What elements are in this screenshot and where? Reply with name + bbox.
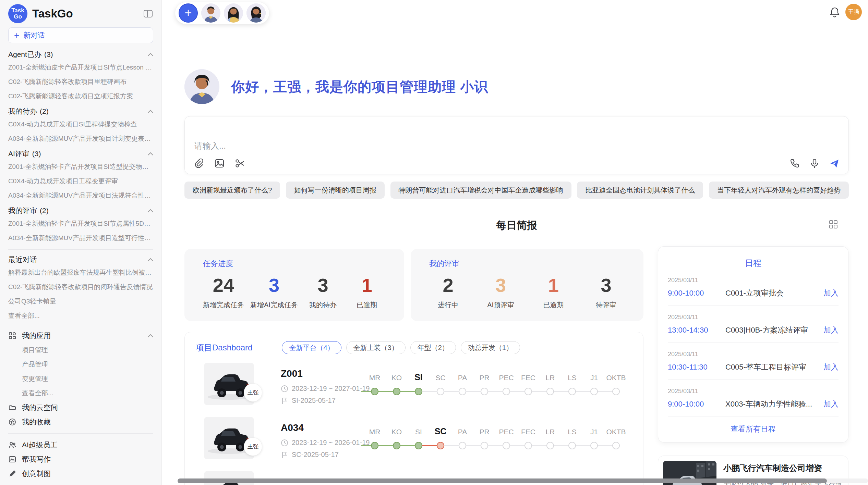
agent-avatar-2[interactable]: [224, 3, 243, 23]
chat-input-card[interactable]: 请输入...: [184, 116, 849, 174]
list-item[interactable]: 公司Q3轻卡销量: [8, 294, 153, 309]
sidebar-item-my-apps[interactable]: 我的应用: [8, 328, 153, 343]
list-item[interactable]: 解释最新出台的欧盟报废车法规再生塑料比例被调至15%...: [8, 265, 153, 280]
send-icon[interactable]: [829, 158, 840, 169]
sidebar-item-write-for-me[interactable]: 帮我写作: [8, 452, 153, 467]
project-row[interactable]: 王强 Z001 2023-12-19 ~ 2027-01-19 SI-2025-…: [204, 363, 632, 415]
notifications-bell-icon[interactable]: [830, 7, 840, 18]
tab-new-body[interactable]: 全新上装（3）: [346, 341, 406, 354]
milestone-dot[interactable]: [525, 388, 532, 395]
sidebar-item-label: 我的云空间: [22, 403, 58, 412]
tab-powertrain[interactable]: 动总开发（1）: [461, 341, 520, 354]
milestone-dot[interactable]: [590, 442, 598, 449]
suggestion-chip[interactable]: 如何写一份清晰的项目周报: [286, 182, 385, 199]
milestone-dot[interactable]: [437, 388, 444, 395]
stat: 3 我的待办: [304, 274, 342, 310]
list-item[interactable]: C0X4-动力总成开发项目SI里程碑提交物检查: [8, 117, 153, 132]
milestone-dot[interactable]: [546, 388, 554, 395]
sidebar-item-cloud-space[interactable]: 我的云空间: [8, 400, 153, 415]
milestone-dot[interactable]: [371, 388, 378, 395]
add-agent-button[interactable]: +: [179, 3, 198, 23]
paperclip-icon[interactable]: [194, 158, 204, 169]
view-all-chats[interactable]: 查看全部...: [8, 309, 153, 323]
milestone-dot[interactable]: [437, 442, 444, 449]
milestone-dot[interactable]: [568, 388, 576, 395]
milestone-dot[interactable]: [525, 442, 532, 449]
milestone-dot[interactable]: [481, 442, 488, 449]
layout-grid-icon[interactable]: [828, 219, 839, 229]
project-name: Z001: [281, 368, 370, 379]
list-item[interactable]: A034-全新新能源MUV产品开发项目计划变更表编写: [8, 132, 153, 146]
app-item-project-mgmt[interactable]: 项目管理: [8, 343, 153, 357]
microphone-icon[interactable]: [809, 158, 820, 169]
list-item[interactable]: Z001-全新燃油轻卡产品开发项目SI造型提交物评审: [8, 160, 153, 174]
milestone-dot[interactable]: [393, 442, 400, 449]
milestone-label: SC: [430, 374, 451, 382]
suggestion-chip[interactable]: 当下年轻人对汽车外观有怎样的喜好趋势: [709, 182, 849, 199]
view-all-apps[interactable]: 查看全部...: [8, 386, 153, 400]
tab-all-new-platform[interactable]: 全新平台（4）: [282, 341, 341, 354]
user-avatar[interactable]: 王强: [845, 4, 862, 20]
image-icon[interactable]: [214, 158, 225, 169]
suggestion-chip[interactable]: 特朗普可能对进口汽车增税会对中国车企造成哪些影响: [390, 182, 571, 199]
suggestion-chip[interactable]: 欧洲新规最近颁布了什么?: [184, 182, 280, 199]
milestone-dot[interactable]: [503, 388, 510, 395]
milestone-dot[interactable]: [546, 442, 554, 449]
section-recent-chats[interactable]: 最近对话: [8, 254, 153, 265]
list-item[interactable]: A034-全新新能源MUV产品开发项目造型可行性评审: [8, 231, 153, 245]
milestone-dot[interactable]: [590, 388, 598, 395]
milestone-dot[interactable]: [481, 388, 488, 395]
section-agent-done[interactable]: Agent已办 (3): [8, 49, 153, 60]
event-row: 9:00-10:00 C001-立项审批会 加入: [668, 288, 839, 298]
chevron-up-icon[interactable]: [148, 152, 153, 156]
join-link[interactable]: 加入: [823, 325, 839, 335]
section-my-todo[interactable]: 我的待办 (2): [8, 105, 153, 117]
collapse-sidebar-icon[interactable]: [143, 9, 153, 19]
list-item[interactable]: C02-飞腾新能源轻客改款项目的闭环通告反馈情况: [8, 280, 153, 294]
flag-icon: [281, 451, 288, 459]
app-item-product-mgmt[interactable]: 产品管理: [8, 357, 153, 372]
suggestion-chip[interactable]: 比亚迪全固态电池计划具体说了什么: [577, 182, 703, 199]
list-item[interactable]: C0X4-动力总成开发项目工程变更评审: [8, 174, 153, 188]
sidebar-item-favorites[interactable]: 我的收藏: [8, 415, 153, 429]
chevron-up-icon[interactable]: [148, 334, 153, 337]
milestone-dot[interactable]: [503, 442, 510, 449]
milestone-dot[interactable]: [415, 442, 422, 449]
agent-avatar-3[interactable]: [246, 3, 266, 23]
milestone-dot[interactable]: [415, 388, 422, 395]
scissors-icon[interactable]: [235, 158, 245, 169]
new-chat-button[interactable]: + 新对话: [8, 27, 153, 43]
chevron-up-icon[interactable]: [148, 258, 153, 261]
list-item[interactable]: C02-飞腾新能源轻客改款项目立项汇报方案: [8, 89, 153, 103]
tab-year-model[interactable]: 年型（2）: [410, 341, 456, 354]
section-ai-review[interactable]: AI评审 (3): [8, 148, 153, 160]
section-my-review[interactable]: 我的评审 (2): [8, 205, 153, 216]
join-link[interactable]: 加入: [823, 399, 839, 409]
milestone-dot[interactable]: [612, 388, 620, 395]
list-item[interactable]: C02-飞腾新能源轻客改款项目里程碑画布: [8, 75, 153, 89]
chat-input-placeholder[interactable]: 请输入...: [194, 140, 226, 151]
join-link[interactable]: 加入: [823, 362, 839, 372]
sidebar-item-ai-super-staff[interactable]: AI超级员工: [8, 438, 153, 452]
milestone-dot[interactable]: [459, 442, 466, 449]
chevron-up-icon[interactable]: [148, 53, 153, 56]
milestone-dot[interactable]: [459, 388, 466, 395]
agent-avatar-1[interactable]: [201, 3, 220, 23]
chevron-up-icon[interactable]: [148, 110, 153, 113]
milestone-dot[interactable]: [393, 388, 400, 395]
sidebar-header: Task Go TaskGo: [8, 3, 153, 24]
phone-icon[interactable]: [789, 158, 800, 169]
horizontal-scrollbar-thumb[interactable]: [178, 478, 827, 483]
list-item[interactable]: Z001-全新燃油轻卡产品开发项目SI节点属性5D文件评审: [8, 216, 153, 231]
milestone-dot[interactable]: [568, 442, 576, 449]
project-row[interactable]: 王强 A034 2023-12-19 ~ 2026-01-19 SC-2025-…: [204, 417, 632, 469]
list-item[interactable]: A034-全新新能源MUV产品开发项目法规符合性评审: [8, 188, 153, 203]
chevron-up-icon[interactable]: [148, 209, 153, 212]
join-link[interactable]: 加入: [823, 288, 839, 298]
sidebar-item-creative-drawing[interactable]: 创意制图: [8, 467, 153, 481]
app-item-change-mgmt[interactable]: 变更管理: [8, 372, 153, 386]
list-item[interactable]: Z001-全新燃油皮卡产品开发项目SI节点Lesson Learn报告: [8, 60, 153, 75]
view-all-schedule-link[interactable]: 查看所有日程: [668, 424, 839, 434]
milestone-dot[interactable]: [371, 442, 378, 449]
milestone-dot[interactable]: [612, 442, 620, 449]
